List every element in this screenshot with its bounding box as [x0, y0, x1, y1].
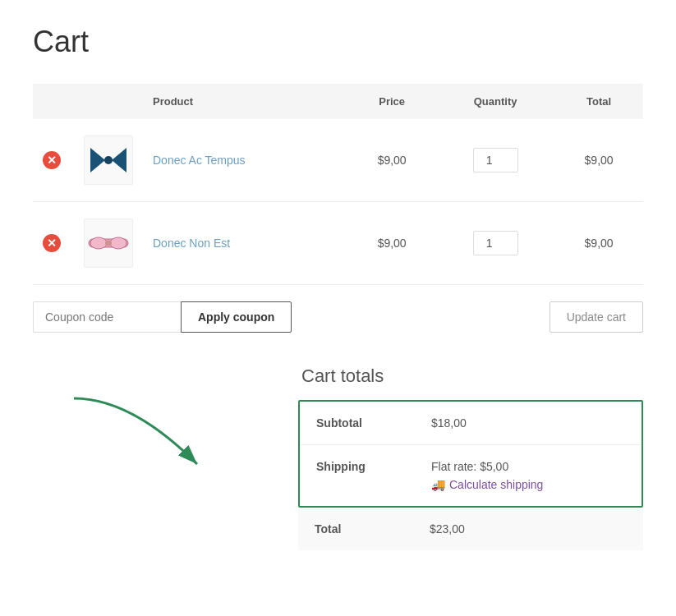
- product-total-cell: $9,00: [554, 202, 643, 285]
- cart-table-header: Product Price Quantity Total: [33, 84, 643, 119]
- col-total-header: Total: [554, 84, 643, 119]
- col-remove: [33, 84, 74, 119]
- quantity-input[interactable]: [473, 231, 518, 255]
- svg-marker-1: [112, 148, 126, 172]
- arrow-decoration: [66, 390, 230, 492]
- svg-point-5: [110, 237, 126, 249]
- product-thumbnail: [84, 218, 133, 268]
- col-qty-header: Quantity: [436, 84, 554, 119]
- svg-rect-6: [105, 241, 112, 246]
- totals-highlighted-box: Subtotal $18,00 Shipping Flat rate: $5,0…: [298, 400, 643, 508]
- product-link[interactable]: Donec Non Est: [153, 237, 230, 250]
- remove-icon: ✕: [43, 234, 61, 252]
- product-price-cell: $9,00: [347, 119, 436, 202]
- truck-icon: 🚚: [431, 478, 445, 491]
- total-value: $23,00: [430, 522, 465, 536]
- cart-actions: Apply coupon Update cart: [33, 301, 643, 333]
- subtotal-value: $18,00: [431, 416, 467, 430]
- table-row: ✕ Donec Non Est $9,00 $9,00: [33, 202, 643, 285]
- product-thumb-cell: [74, 119, 143, 202]
- remove-icon: ✕: [43, 151, 61, 169]
- subtotal-row: Subtotal $18,00: [300, 402, 642, 445]
- col-image: [74, 84, 143, 119]
- svg-point-4: [90, 237, 107, 249]
- cart-totals-section: Cart totals Subtotal $18,00 Shipping Fla…: [33, 365, 643, 550]
- shipping-label: Shipping: [316, 460, 431, 473]
- calculate-shipping-label: Calculate shipping: [449, 478, 543, 491]
- svg-marker-0: [90, 148, 105, 172]
- update-cart-button[interactable]: Update cart: [550, 301, 643, 333]
- remove-item-button[interactable]: ✕: [43, 151, 61, 169]
- remove-cell: ✕: [33, 202, 74, 285]
- table-row: ✕ Donec Ac Tempus $9,00 $9,00: [33, 119, 643, 202]
- calculate-shipping-link[interactable]: 🚚 Calculate shipping: [431, 478, 543, 491]
- coupon-area: Apply coupon: [33, 301, 292, 333]
- product-qty-cell: [436, 119, 554, 202]
- product-total-cell: $9,00: [554, 119, 643, 202]
- svg-point-2: [104, 156, 113, 164]
- product-thumb-cell: [74, 202, 143, 285]
- product-price-cell: $9,00: [347, 202, 436, 285]
- col-price-header: Price: [347, 84, 436, 119]
- cart-totals-box: Cart totals Subtotal $18,00 Shipping Fla…: [298, 365, 643, 550]
- product-thumbnail: [84, 136, 133, 185]
- product-name-cell: Donec Non Est: [143, 202, 347, 285]
- quantity-input[interactable]: [473, 148, 518, 172]
- subtotal-label: Subtotal: [316, 416, 431, 430]
- product-name-cell: Donec Ac Tempus: [143, 119, 347, 202]
- col-product-header: Product: [143, 84, 347, 119]
- remove-item-button[interactable]: ✕: [43, 234, 61, 252]
- coupon-input[interactable]: [33, 301, 181, 333]
- total-label: Total: [315, 522, 430, 536]
- shipping-row: Shipping Flat rate: $5,00 🚚 Calculate sh…: [300, 445, 642, 506]
- page-title: Cart: [33, 25, 643, 59]
- total-row: Total $23,00: [298, 508, 643, 550]
- cart-table: Product Price Quantity Total ✕ Don: [33, 84, 643, 285]
- shipping-details: Flat rate: $5,00 🚚 Calculate shipping: [431, 460, 543, 491]
- apply-coupon-button[interactable]: Apply coupon: [181, 301, 292, 333]
- product-link[interactable]: Donec Ac Tempus: [153, 154, 246, 167]
- shipping-value: Flat rate: $5,00: [431, 460, 543, 473]
- cart-totals-title: Cart totals: [298, 365, 643, 387]
- product-qty-cell: [436, 202, 554, 285]
- remove-cell: ✕: [33, 119, 74, 202]
